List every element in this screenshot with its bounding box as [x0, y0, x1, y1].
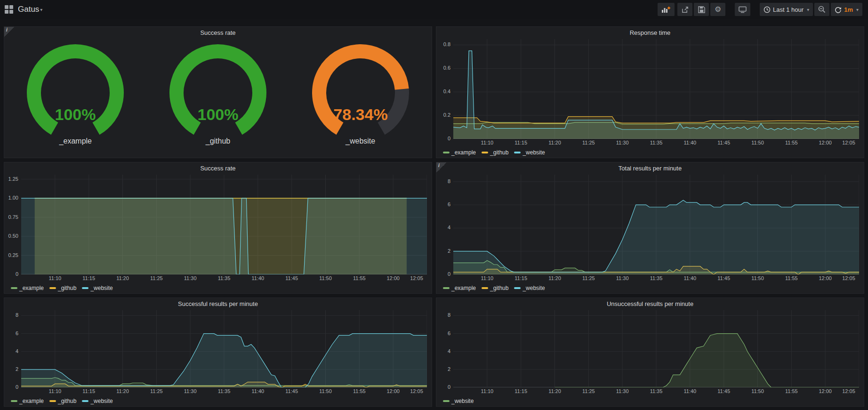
- legend-marker-icon: [82, 287, 88, 289]
- info-icon[interactable]: i: [4, 27, 15, 37]
- dashboard-title[interactable]: Gatus: [18, 5, 39, 14]
- x-tick-label: 11:10: [477, 140, 497, 145]
- legend: _example_github_website: [4, 396, 432, 406]
- x-tick-label: 11:15: [511, 140, 531, 145]
- legend-item-_github[interactable]: _github: [482, 285, 508, 291]
- x-tick-label: 11:25: [579, 140, 598, 145]
- gauge-label: _github: [206, 137, 231, 145]
- gauge-value: 100%: [198, 105, 239, 123]
- legend-marker-icon: [49, 400, 56, 402]
- cycle-view-mode-button[interactable]: [735, 3, 750, 16]
- gauge-arc: 78.34%: [302, 42, 419, 136]
- x-tick-label: 12:05: [407, 388, 426, 394]
- panel-success-rate-graph: Success rate 00.250.500.751.001.25 11:10…: [4, 162, 432, 294]
- legend-marker-icon: [443, 400, 450, 402]
- time-range-picker[interactable]: Last 1 hour ▾: [760, 3, 813, 16]
- legend-marker-icon: [11, 400, 17, 402]
- y-tick-label: 1.00: [8, 195, 18, 201]
- x-tick-label: 11:30: [612, 140, 632, 145]
- plot-area[interactable]: [21, 175, 427, 274]
- legend-marker-icon: [514, 152, 521, 153]
- y-tick-label: 0.25: [8, 252, 18, 258]
- navbar: Gatus ▾ ⚙: [0, 0, 868, 19]
- legend-marker-icon: [514, 287, 521, 289]
- panel-title[interactable]: Response time: [436, 27, 864, 39]
- plot-area[interactable]: [453, 175, 859, 274]
- save-dashboard-button[interactable]: [694, 3, 709, 16]
- x-tick-label: 11:50: [316, 388, 336, 394]
- legend-label: _github: [58, 398, 76, 404]
- plot-area[interactable]: [453, 39, 859, 139]
- y-tick-label: 0.4: [443, 88, 450, 94]
- y-tick-label: 2: [448, 248, 450, 254]
- panel-successful-results: Successful results per minute 02468 11:1…: [4, 297, 432, 407]
- dashboard-settings-button[interactable]: ⚙: [710, 3, 725, 16]
- y-axis: 00.20.40.60.8: [436, 39, 453, 139]
- dashboards-grid-icon[interactable]: [5, 5, 13, 14]
- share-icon: [682, 6, 689, 13]
- y-tick-label: 6: [16, 330, 18, 336]
- gauge-_github: 100%_github: [147, 42, 289, 145]
- panel-title[interactable]: Success rate: [4, 162, 432, 175]
- refresh-picker[interactable]: 1m ▾: [831, 3, 862, 16]
- share-dashboard-button[interactable]: [677, 3, 692, 16]
- clock-icon: [764, 6, 771, 13]
- legend-marker-icon: [49, 287, 56, 289]
- gauge-value: 100%: [55, 105, 96, 123]
- legend-item-_example[interactable]: _example: [443, 285, 476, 291]
- x-tick-label: 11:20: [545, 275, 565, 281]
- plot-area[interactable]: [21, 310, 427, 387]
- legend-item-_website[interactable]: _website: [82, 285, 113, 291]
- x-axis: 11:1011:1511:2011:2511:3011:3511:4011:45…: [21, 388, 427, 396]
- y-tick-label: 4: [448, 225, 450, 230]
- legend-label: _website: [90, 398, 113, 404]
- legend-item-_github[interactable]: _github: [49, 398, 76, 404]
- panel-title[interactable]: Unsuccessful results per minute: [436, 298, 864, 310]
- gauge-arc: 100%: [159, 42, 277, 136]
- y-tick-label: 0.2: [443, 112, 450, 118]
- legend-item-_website[interactable]: _website: [514, 149, 545, 156]
- zoom-out-icon: [818, 6, 826, 13]
- add-panel-button[interactable]: [658, 3, 675, 16]
- legend-label: _github: [490, 285, 508, 291]
- y-tick-label: 0.75: [8, 214, 18, 220]
- gauge-arc: 100%: [16, 42, 134, 136]
- legend-item-_website[interactable]: _website: [82, 398, 113, 404]
- save-icon: [698, 6, 705, 13]
- legend-item-_example[interactable]: _example: [443, 149, 476, 156]
- panel-title[interactable]: Total results per minute: [436, 162, 864, 175]
- legend-item-_github[interactable]: _github: [49, 285, 76, 291]
- legend: _example_github_website: [436, 147, 864, 158]
- x-tick-label: 11:45: [714, 388, 734, 394]
- dashboard-grid: i Success rate 100%_example100%_github78…: [0, 19, 868, 407]
- zoom-out-time-button[interactable]: [814, 3, 829, 16]
- x-tick-label: 12:05: [407, 275, 426, 281]
- legend-item-_example[interactable]: _example: [11, 398, 44, 404]
- x-tick-label: 12:00: [815, 140, 835, 145]
- x-tick-label: 11:35: [214, 275, 234, 281]
- panel-response-time: Response time 00.20.40.60.8 11:1011:1511…: [436, 26, 864, 158]
- x-axis: 11:1011:1511:2011:2511:3011:3511:4011:45…: [453, 275, 859, 283]
- x-tick-label: 11:20: [545, 140, 565, 145]
- y-tick-label: 4: [16, 348, 18, 354]
- x-tick-label: 11:25: [579, 275, 598, 281]
- legend-label: _example: [451, 285, 476, 291]
- legend-item-_website[interactable]: _website: [514, 285, 545, 291]
- legend-item-_website[interactable]: _website: [443, 398, 474, 404]
- time-range-label: Last 1 hour: [773, 6, 804, 13]
- y-tick-label: 0.8: [443, 41, 450, 47]
- y-tick-label: 8: [16, 312, 18, 318]
- panel-total-results: i Total results per minute 02468 11:1011…: [436, 162, 864, 294]
- plot-area[interactable]: [453, 310, 859, 387]
- x-tick-label: 11:15: [79, 388, 99, 394]
- x-tick-label: 12:00: [383, 388, 403, 394]
- panel-title[interactable]: Successful results per minute: [4, 298, 432, 310]
- legend: _website: [436, 396, 864, 406]
- legend-marker-icon: [482, 287, 488, 289]
- legend-item-_github[interactable]: _github: [482, 149, 508, 156]
- dashboard-title-dropdown[interactable]: Gatus ▾: [18, 5, 42, 14]
- panel-title[interactable]: Success rate: [4, 27, 432, 39]
- info-icon[interactable]: i: [436, 162, 447, 173]
- y-tick-label: 4: [448, 348, 450, 354]
- legend-item-_example[interactable]: _example: [11, 285, 44, 291]
